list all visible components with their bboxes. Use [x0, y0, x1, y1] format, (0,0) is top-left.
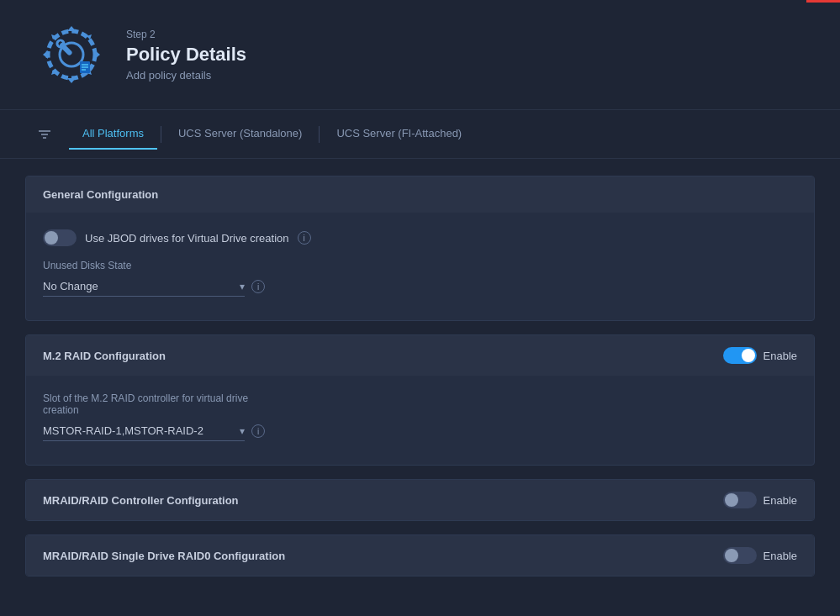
unused-disks-field: Unused Disks State No Change Unconfigure… [43, 260, 797, 297]
tab-separator-2 [319, 126, 320, 143]
tab-ucs-standalone[interactable]: UCS Server (Standalone) [165, 118, 315, 150]
m2-raid-enable-row: Enable [723, 347, 797, 364]
step-label: Step 2 [126, 29, 246, 40]
m2-raid-toggle-slider [723, 347, 757, 364]
tab-separator-1 [161, 126, 161, 143]
header-icon [34, 17, 109, 92]
header-text: Step 2 Policy Details Add policy details [126, 29, 246, 82]
progress-bar [806, 0, 840, 3]
mraid-single-drive-toggle-slider [723, 547, 757, 564]
page-title: Policy Details [126, 44, 246, 66]
general-config-body: Use JBOD drives for Virtual Drive creati… [26, 213, 814, 320]
svg-marker-4 [43, 50, 48, 59]
slot-select[interactable]: MSTOR-RAID-1,MSTOR-RAID-2 MSTOR-RAID-1 M… [43, 421, 245, 441]
m2-raid-toggle[interactable] [723, 347, 757, 364]
tab-all-platforms[interactable]: All Platforms [69, 118, 157, 150]
svg-marker-5 [95, 50, 100, 59]
jbod-toggle-row: Use JBOD drives for Virtual Drive creati… [43, 229, 797, 246]
slot-info-icon[interactable]: i [251, 424, 265, 438]
jbod-toggle-slider [43, 229, 77, 246]
mraid-single-drive-config-card: MRAID/RAID Single Drive RAID0 Configurat… [25, 534, 815, 577]
slot-label: Slot of the M.2 RAID controller for virt… [43, 392, 797, 416]
header: Step 2 Policy Details Add policy details [0, 0, 840, 110]
mraid-single-drive-enable-row: Enable [723, 547, 797, 564]
jbod-toggle[interactable] [43, 229, 77, 246]
mraid-controller-config-header: MRAID/RAID Controller Configuration Enab… [26, 480, 814, 520]
m2-raid-config-card: M.2 RAID Configuration Enable Slot of th… [25, 334, 815, 466]
tab-ucs-fi-attached[interactable]: UCS Server (FI-Attached) [323, 118, 475, 150]
jbod-toggle-label: Use JBOD drives for Virtual Drive creati… [85, 232, 289, 245]
main-content: General Configuration Use JBOD drives fo… [0, 159, 840, 593]
mraid-single-drive-config-header: MRAID/RAID Single Drive RAID0 Configurat… [26, 535, 814, 576]
tabs-area: All Platforms UCS Server (Standalone) UC… [0, 110, 840, 159]
unused-disks-dropdown-row: No Change UnconfiguredGood JBOD ▾ i [43, 276, 797, 297]
slot-field: Slot of the M.2 RAID controller for virt… [43, 392, 797, 441]
svg-marker-2 [67, 26, 76, 31]
unused-disks-label: Unused Disks State [43, 260, 797, 271]
m2-raid-enable-label: Enable [763, 350, 797, 362]
page-subtitle: Add policy details [126, 69, 246, 82]
filter-button[interactable] [34, 124, 55, 145]
jbod-info-icon[interactable]: i [298, 231, 311, 245]
slot-dropdown-wrapper: MSTOR-RAID-1,MSTOR-RAID-2 MSTOR-RAID-1 M… [43, 421, 245, 441]
m2-raid-config-header: M.2 RAID Configuration Enable [26, 335, 814, 376]
unused-disks-select[interactable]: No Change UnconfiguredGood JBOD [43, 276, 245, 297]
mraid-single-drive-config-title: MRAID/RAID Single Drive RAID0 Configurat… [43, 550, 285, 562]
mraid-controller-toggle[interactable] [723, 492, 757, 508]
general-config-card: General Configuration Use JBOD drives fo… [25, 176, 815, 321]
unused-disks-dropdown-wrapper: No Change UnconfiguredGood JBOD ▾ [43, 276, 245, 297]
mraid-controller-enable-label: Enable [763, 494, 797, 507]
unused-disks-info-icon[interactable]: i [251, 280, 265, 293]
mraid-single-drive-toggle[interactable] [723, 547, 757, 564]
svg-marker-3 [67, 78, 76, 83]
general-config-header: General Configuration [26, 176, 814, 213]
m2-raid-config-body: Slot of the M.2 RAID controller for virt… [26, 376, 814, 465]
mraid-controller-enable-row: Enable [723, 492, 797, 508]
mraid-controller-toggle-slider [723, 492, 757, 508]
general-config-title: General Configuration [43, 188, 158, 201]
mraid-controller-config-title: MRAID/RAID Controller Configuration [43, 494, 239, 507]
m2-raid-config-title: M.2 RAID Configuration [43, 350, 166, 362]
slot-dropdown-row: MSTOR-RAID-1,MSTOR-RAID-2 MSTOR-RAID-1 M… [43, 421, 797, 441]
mraid-single-drive-enable-label: Enable [763, 550, 797, 562]
mraid-controller-config-card: MRAID/RAID Controller Configuration Enab… [25, 479, 815, 521]
